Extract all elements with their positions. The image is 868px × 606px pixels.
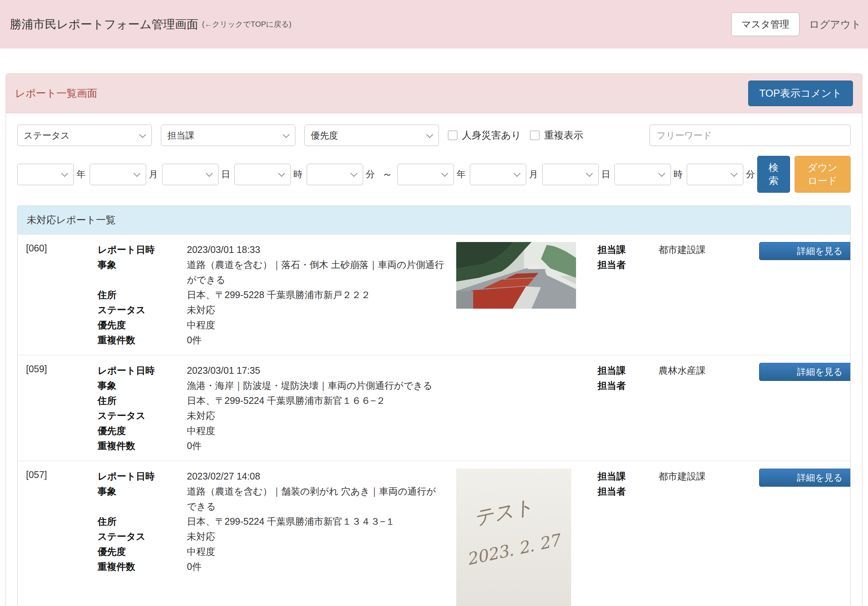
to-year-select-wrap xyxy=(397,164,454,185)
from-year-select[interactable] xyxy=(17,164,74,185)
department-select-wrap: 担当課 xyxy=(161,125,295,146)
field-value-event: 道路（農道を含む）｜落石・倒木 土砂崩落｜車両の片側通行ができる xyxy=(187,257,456,287)
from-year-label: 年 xyxy=(76,168,85,180)
to-minute-select-wrap xyxy=(687,164,743,185)
from-hour-label: 時 xyxy=(293,168,302,180)
report-id: [057] xyxy=(26,468,98,480)
field-label-priority: 優先度 xyxy=(98,317,187,332)
field-value-department: 都市建設課 xyxy=(659,242,759,257)
detail-button[interactable]: 詳細を見る xyxy=(759,468,851,487)
priority-select[interactable]: 優先度 xyxy=(304,125,439,146)
report-dept: 担当課 農林水産課 担当者 xyxy=(597,363,759,393)
injury-checkbox[interactable] xyxy=(448,131,457,140)
to-hour-label: 時 xyxy=(674,168,683,180)
from-hour-select[interactable] xyxy=(234,164,291,185)
field-label-assignee: 担当者 xyxy=(597,378,659,393)
report-photo-handwritten-note: テスト 2023. 2. 27 xyxy=(456,468,571,606)
report-photo-cell: テスト 2023. 2. 27 xyxy=(456,468,597,606)
from-month-select[interactable] xyxy=(90,164,146,185)
field-label-datetime: レポート日時 xyxy=(98,242,187,257)
panel-title: レポート一覧画面 xyxy=(15,87,97,100)
field-label-department: 担当課 xyxy=(597,363,659,378)
from-day-label: 日 xyxy=(221,168,230,180)
to-month-label: 月 xyxy=(529,168,538,180)
keyword-input[interactable] xyxy=(649,125,851,146)
from-year-select-wrap xyxy=(17,164,74,185)
report-fields: レポート日時 2023/03/01 18:33 事象 道路（農道を含む）｜落石・… xyxy=(98,242,456,348)
date-range-separator: ～ xyxy=(382,167,392,181)
filter-buttons: 検索 ダウンロード xyxy=(757,156,851,193)
top-comment-button[interactable]: TOP表示コメント xyxy=(748,80,853,106)
field-value-duplicates: 0件 xyxy=(187,559,456,574)
app-title[interactable]: 勝浦市民レポートフォーム管理画面 xyxy=(10,17,198,32)
detail-button[interactable]: 詳細を見る xyxy=(759,242,851,260)
duplicate-checkbox-group: 重複表示 xyxy=(530,129,583,142)
status-select[interactable]: ステータス xyxy=(17,125,152,146)
field-label-department: 担当課 xyxy=(597,468,659,484)
logout-link[interactable]: ログアウト xyxy=(809,18,861,31)
to-day-select[interactable] xyxy=(542,164,598,185)
from-minute-label: 分 xyxy=(366,168,375,180)
department-select[interactable]: 担当課 xyxy=(161,125,295,146)
field-value-assignee xyxy=(659,378,759,393)
field-label-address: 住所 xyxy=(98,393,187,408)
field-label-address: 住所 xyxy=(98,287,187,302)
master-management-button[interactable]: マスタ管理 xyxy=(731,12,800,36)
report-fields: レポート日時 2023/02/27 14:08 事象 道路（農道を含む）｜舗装の… xyxy=(98,468,456,574)
report-id: [060] xyxy=(26,242,98,254)
header-actions: マスタ管理 ログアウト xyxy=(731,12,861,36)
field-label-event: 事象 xyxy=(98,378,187,393)
app-title-hint: (←クリックでTOPに戻る) xyxy=(202,19,291,29)
unhandled-report-list: 未対応レポート一覧 [060] レポート日時 2023/03/01 18:33 … xyxy=(17,206,851,606)
duplicate-checkbox[interactable] xyxy=(530,131,539,140)
report-id: [059] xyxy=(26,363,98,374)
field-label-duplicates: 重複件数 xyxy=(98,438,187,453)
report-actions: 詳細を見る xyxy=(759,468,851,487)
from-hour-select-wrap xyxy=(234,164,291,185)
field-label-priority: 優先度 xyxy=(98,544,187,559)
field-label-duplicates: 重複件数 xyxy=(98,559,187,574)
filter-row-1: ステータス 担当課 優先度 人身災害あり 重複表示 xyxy=(17,125,851,146)
to-hour-select[interactable] xyxy=(614,164,671,185)
field-label-assignee: 担当者 xyxy=(597,484,659,499)
from-day-select-wrap xyxy=(162,164,219,185)
report-row: [060] レポート日時 2023/03/01 18:33 事象 道路（農道を含… xyxy=(18,235,850,355)
app-header: 勝浦市民レポートフォーム管理画面 (←クリックでTOPに戻る) マスタ管理 ログ… xyxy=(0,0,868,49)
download-button[interactable]: ダウンロード xyxy=(795,156,851,193)
to-day-select-wrap xyxy=(542,164,598,185)
field-value-assignee xyxy=(659,484,759,499)
field-value-address: 日本、〒299-5228 千葉県勝浦市新戸２２２ xyxy=(187,287,456,302)
to-hour-select-wrap xyxy=(614,164,671,185)
duplicate-checkbox-label: 重複表示 xyxy=(544,129,583,142)
report-row: [059] レポート日時 2023/03/01 17:35 事象 漁港・海岸｜防… xyxy=(18,355,850,461)
from-minute-select[interactable] xyxy=(307,164,363,185)
to-month-select[interactable] xyxy=(470,164,526,185)
from-month-label: 月 xyxy=(149,168,158,180)
detail-button[interactable]: 詳細を見る xyxy=(759,363,851,381)
field-value-duplicates: 0件 xyxy=(187,438,456,453)
field-value-status: 未対応 xyxy=(187,529,456,544)
to-year-select[interactable] xyxy=(397,164,454,185)
priority-select-wrap: 優先度 xyxy=(304,125,439,146)
to-month-select-wrap xyxy=(470,164,526,185)
report-actions: 詳細を見る xyxy=(759,242,851,260)
report-photo-road xyxy=(456,242,576,309)
field-value-department: 農林水産課 xyxy=(659,363,759,378)
from-day-select[interactable] xyxy=(162,164,219,185)
field-value-duplicates: 0件 xyxy=(187,332,456,348)
report-photo-cell xyxy=(456,242,597,309)
field-value-datetime: 2023/03/01 18:33 xyxy=(187,242,456,257)
search-button[interactable]: 検索 xyxy=(757,156,790,193)
field-value-priority: 中程度 xyxy=(187,317,456,332)
field-value-status: 未対応 xyxy=(187,408,456,423)
to-year-label: 年 xyxy=(457,168,466,180)
panel-heading: レポート一覧画面 TOP表示コメント xyxy=(6,74,862,113)
field-label-address: 住所 xyxy=(98,514,187,529)
report-fields: レポート日時 2023/03/01 17:35 事象 漁港・海岸｜防波堤・堤防決… xyxy=(98,363,456,453)
field-label-assignee: 担当者 xyxy=(597,257,659,272)
field-value-datetime: 2023/02/27 14:08 xyxy=(187,468,456,484)
field-value-datetime: 2023/03/01 17:35 xyxy=(187,363,456,378)
field-value-address: 日本、〒299-5224 千葉県勝浦市新官１３４３−１ xyxy=(187,514,456,529)
to-minute-select[interactable] xyxy=(687,164,743,185)
field-label-priority: 優先度 xyxy=(98,423,187,438)
